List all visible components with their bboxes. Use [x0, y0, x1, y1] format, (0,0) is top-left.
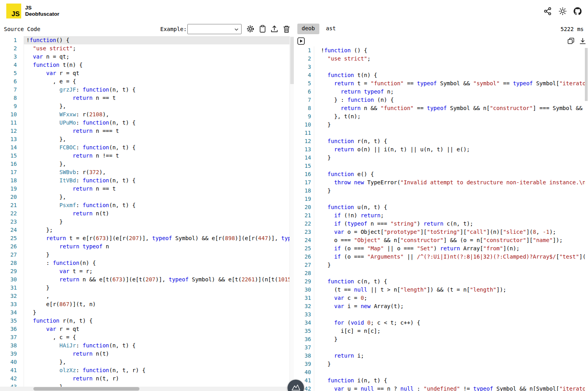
copy-icon[interactable]	[567, 37, 575, 45]
code-line[interactable]: 30 return n && e[t(673)](e[t(207)], type…	[0, 275, 294, 284]
code-line[interactable]: 4 function t(n) {	[0, 61, 294, 69]
tab-deob[interactable]: deob	[297, 24, 319, 34]
code-line[interactable]: 16 },	[0, 160, 294, 168]
code-line[interactable]: 25 return t = e[r(673)](e[r(207)], typeo…	[0, 234, 294, 242]
code-line[interactable]: 40 },	[0, 358, 294, 366]
paste-icon[interactable]	[258, 25, 267, 33]
code-line[interactable]: 41 function i(n, t) {	[302, 376, 588, 385]
code-line[interactable]: 18 }	[302, 187, 588, 195]
code-line[interactable]: 15 return n !== t	[0, 152, 294, 160]
code-line[interactable]: 28 : function(n) {	[0, 259, 294, 267]
code-line[interactable]: 14 FCBOC: function(n, t) {	[0, 143, 294, 152]
mountain-badge[interactable]	[288, 380, 304, 391]
code-line[interactable]: 21 Psxmf: function(n, t) {	[0, 201, 294, 209]
code-line[interactable]: 11	[302, 129, 588, 137]
code-line[interactable]: 5 return t = "function" == typeof Symbol…	[302, 79, 588, 88]
code-line[interactable]: 32 ,	[0, 292, 294, 300]
output-vertical-scrollbar-thumb[interactable]	[585, 48, 588, 101]
code-line[interactable]: 31 }	[0, 284, 294, 292]
code-line[interactable]: 3	[302, 63, 588, 71]
code-line[interactable]: 8 return n && "function" == typeof Symbo…	[302, 104, 588, 112]
code-line[interactable]: 27 }	[0, 251, 294, 259]
code-line[interactable]: 25 if (o === "Map" || o === "Set") retur…	[302, 244, 588, 253]
code-line[interactable]: 3 var n = qt;	[0, 53, 294, 61]
code-line[interactable]: 37 , c = {	[0, 333, 294, 341]
code-line[interactable]: 38 return i;	[302, 352, 588, 360]
code-line[interactable]: 26 return typeof n	[0, 242, 294, 251]
settings-icon[interactable]	[246, 25, 255, 33]
theme-icon[interactable]	[559, 7, 567, 15]
code-line[interactable]: 20 function u(n, t) {	[302, 203, 588, 211]
code-line[interactable]: 6 return typeof n;	[302, 88, 588, 96]
code-line[interactable]: 28	[302, 269, 588, 277]
code-line[interactable]: 7 grzJF: function(n, t) {	[0, 86, 294, 94]
code-line[interactable]: 15	[302, 162, 588, 170]
code-line[interactable]: 33	[302, 310, 588, 319]
code-line[interactable]: 4 function t(n) {	[302, 71, 588, 79]
code-line[interactable]: 27 }	[302, 261, 588, 269]
trash-icon[interactable]	[282, 25, 291, 33]
code-line[interactable]: 22 return n(t)	[0, 209, 294, 218]
code-line[interactable]: 34 }	[0, 308, 294, 317]
code-line[interactable]: 29 function c(n, t) {	[302, 277, 588, 286]
code-line[interactable]: 21 if (!n) return;	[302, 211, 588, 220]
code-line[interactable]: 7 } : function (n) {	[302, 96, 588, 104]
example-select[interactable]	[187, 24, 242, 34]
output-editor[interactable]: 1!function () {2 "use strict";34 functio…	[302, 46, 588, 391]
code-line[interactable]: 20 },	[0, 193, 294, 201]
source-editor[interactable]: 1!function() {2 "use strict";3 var n = q…	[0, 36, 294, 391]
code-line[interactable]: 37	[302, 343, 588, 352]
code-line[interactable]: 1!function() {	[0, 36, 294, 44]
code-line[interactable]: 35 function r(n, t) {	[0, 317, 294, 325]
code-line[interactable]: 17 SWBvb: r(372),	[0, 168, 294, 176]
code-line[interactable]: 8 return n == t	[0, 94, 294, 102]
code-line[interactable]: 17 throw new TypeError("Invalid attempt …	[302, 178, 588, 187]
code-line[interactable]: 23 }	[0, 218, 294, 226]
code-line[interactable]: 31 var c = 0;	[302, 294, 588, 302]
code-line[interactable]: 12 return n === t	[0, 127, 294, 135]
source-vertical-scrollbar-thumb[interactable]	[290, 37, 294, 84]
code-line[interactable]: 19 return n == t	[0, 185, 294, 193]
code-line[interactable]: 32 var i = new Array(t);	[302, 302, 588, 310]
code-line[interactable]: 13 return o(n) || i(n, t) || u(n, t) || …	[302, 145, 588, 154]
code-line[interactable]: 9 }, t(n);	[302, 112, 588, 121]
code-line[interactable]: 9 },	[0, 102, 294, 110]
code-line[interactable]: 36 }	[302, 335, 588, 343]
code-line[interactable]: 24 };	[0, 226, 294, 234]
code-line[interactable]: 16 function e() {	[302, 170, 588, 178]
code-line[interactable]: 12 function r(n, t) {	[302, 137, 588, 145]
code-line[interactable]: 39 return n(t)	[0, 350, 294, 358]
code-line[interactable]: 6 , e = {	[0, 77, 294, 86]
run-button[interactable]	[297, 37, 305, 45]
code-line[interactable]: 5 var r = qt	[0, 69, 294, 77]
code-line[interactable]: 41 olzXz: function(n, t, r) {	[0, 366, 294, 374]
code-line[interactable]: 35 i[c] = n[c];	[302, 327, 588, 335]
code-line[interactable]: 42 return n(t, r)	[0, 374, 294, 383]
code-line[interactable]: 38 HAiJr: function(n, t) {	[0, 341, 294, 350]
code-line[interactable]: 30 (t == null || t > n["length"]) && (t …	[302, 286, 588, 294]
upload-icon[interactable]	[270, 25, 278, 33]
code-line[interactable]: 10 }	[302, 121, 588, 129]
code-line[interactable]: 22 if (typeof n === "string") return c(n…	[302, 220, 588, 228]
code-line[interactable]: 10 WFxxw: r(2108),	[0, 110, 294, 119]
code-line[interactable]: 34 for (void 0; c < t; c++) {	[302, 319, 588, 327]
code-line[interactable]: 33 e[r(867)](t, n)	[0, 300, 294, 308]
github-icon[interactable]	[573, 7, 582, 15]
code-line[interactable]: 23 var o = Object["prototype"]["toString…	[302, 228, 588, 236]
code-line[interactable]: 13 },	[0, 135, 294, 143]
code-line[interactable]: 1!function () {	[302, 46, 588, 55]
code-line[interactable]: 36 var r = qt	[0, 325, 294, 333]
code-line[interactable]: 2 "use strict";	[302, 55, 588, 63]
share-icon[interactable]	[544, 7, 552, 15]
code-line[interactable]: 26 if (o === "Arguments" || /^(?:Ui|I)nt…	[302, 253, 588, 261]
code-line[interactable]: 18 ItVBd: function(n, t) {	[0, 176, 294, 185]
code-line[interactable]: 40	[302, 368, 588, 376]
download-icon[interactable]	[579, 37, 586, 45]
code-line[interactable]: 42 var u = null == n ? null : "undefined…	[302, 385, 588, 391]
code-line[interactable]: 39 }	[302, 360, 588, 368]
code-line[interactable]: 19	[302, 195, 588, 203]
source-horizontal-scrollbar-thumb[interactable]	[33, 387, 139, 391]
code-line[interactable]: 29 var t = r;	[0, 267, 294, 275]
code-line[interactable]: 14 }	[302, 154, 588, 162]
code-line[interactable]: 11 UPuMo: function(n, t) {	[0, 119, 294, 127]
